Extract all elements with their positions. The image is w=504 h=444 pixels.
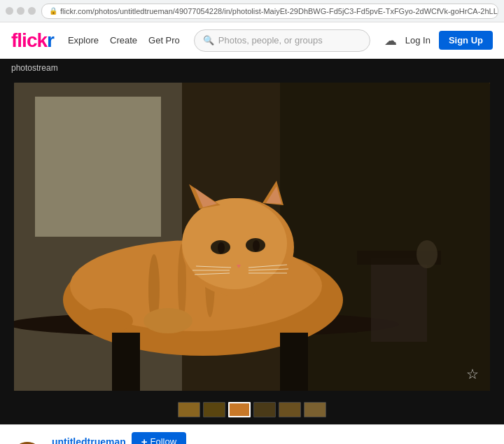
svg-point-32 xyxy=(416,240,438,268)
photo-container: ☆ xyxy=(0,77,504,424)
svg-point-29 xyxy=(144,308,192,333)
thumbnail-strip xyxy=(178,396,326,424)
login-button[interactable]: Log In xyxy=(405,35,430,46)
thumbnail-6[interactable] xyxy=(304,402,326,417)
logo-blue: r xyxy=(47,29,54,51)
follow-plus-icon: + xyxy=(141,436,148,444)
svg-point-20 xyxy=(253,240,260,251)
url-bar[interactable]: 🔒 flickr.com/photos/untitledtrueman/4907… xyxy=(41,4,498,19)
signup-button[interactable]: Sign Up xyxy=(439,31,493,50)
thumbnail-1[interactable] xyxy=(178,402,200,417)
browser-dot xyxy=(6,7,13,15)
follow-label: Follow xyxy=(150,436,177,444)
url-text: flickr.com/photos/untitledtrueman/490770… xyxy=(60,7,498,15)
thumbnail-3[interactable] xyxy=(228,402,251,417)
svg-rect-33 xyxy=(112,333,140,391)
thumbnail-5[interactable] xyxy=(279,402,301,417)
search-placeholder: Photos, people, or groups xyxy=(218,35,323,46)
nav-links: Explore Create Get Pro xyxy=(68,35,180,46)
photostream-bar: photostream xyxy=(0,59,504,77)
user-info: untitledtrueman + Follow A Thinking Cat … xyxy=(52,432,250,444)
info-bar: untitledtrueman + Follow A Thinking Cat … xyxy=(0,424,504,444)
flickr-logo[interactable]: flickr xyxy=(11,29,54,52)
main-photo[interactable]: ☆ xyxy=(14,83,490,391)
svg-point-28 xyxy=(77,308,133,333)
cat-photo-svg xyxy=(14,83,490,391)
svg-rect-2 xyxy=(35,97,161,237)
browser-bar: 🔒 flickr.com/photos/untitledtrueman/4907… xyxy=(0,0,504,22)
nav-get-pro[interactable]: Get Pro xyxy=(148,35,180,46)
search-icon: 🔍 xyxy=(203,35,214,46)
upload-icon[interactable]: ☁ xyxy=(384,33,397,48)
username[interactable]: untitledtrueman xyxy=(52,436,126,445)
follow-button[interactable]: + Follow xyxy=(132,432,186,444)
star-icon[interactable]: ☆ xyxy=(466,366,479,382)
thumbnail-2[interactable] xyxy=(203,402,225,417)
nav-explore[interactable]: Explore xyxy=(68,35,99,46)
thumbnail-4[interactable] xyxy=(253,402,276,417)
flickr-header: flickr Explore Create Get Pro 🔍 Photos, … xyxy=(0,22,504,59)
svg-rect-3 xyxy=(280,83,490,391)
logo-pink: flick xyxy=(11,29,47,51)
lock-icon: 🔒 xyxy=(49,7,57,15)
browser-controls xyxy=(6,7,36,15)
nav-create[interactable]: Create xyxy=(110,35,137,46)
search-box[interactable]: 🔍 Photos, people, or groups xyxy=(194,29,370,52)
svg-point-19 xyxy=(218,242,225,254)
browser-dot xyxy=(28,7,36,15)
header-right: ☁ Log In Sign Up xyxy=(384,31,493,50)
svg-rect-30 xyxy=(371,258,427,342)
photostream-label: photostream xyxy=(11,63,58,73)
browser-dot xyxy=(17,7,24,15)
username-row: untitledtrueman + Follow xyxy=(52,432,250,444)
svg-rect-34 xyxy=(280,333,308,391)
svg-point-12 xyxy=(182,198,287,289)
